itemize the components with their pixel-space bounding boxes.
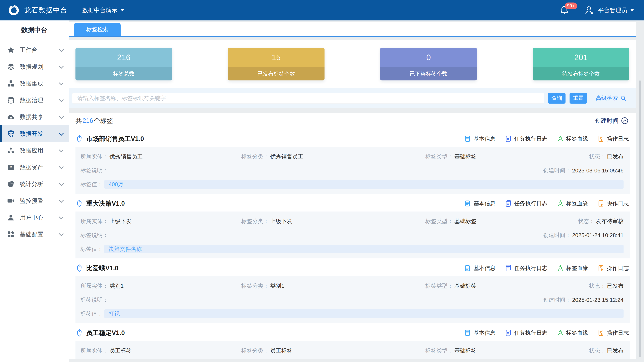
item-actions: 基本信息 任务执行日志 标签血缘 操作日志 bbox=[464, 329, 630, 337]
sidebar-item-data-development[interactable]: 数据开发 bbox=[0, 125, 68, 142]
svg-text:¥: ¥ bbox=[10, 165, 12, 169]
item-actions: 基本信息 任务执行日志 标签血缘 操作日志 bbox=[464, 200, 630, 207]
sidebar-item-data-planning[interactable]: 数据规划 bbox=[0, 58, 68, 75]
category-value: 员工标签 bbox=[270, 347, 292, 355]
action-label: 基本信息 bbox=[474, 135, 496, 143]
search-icon bbox=[620, 95, 626, 101]
action-task-log[interactable]: 任务执行日志 bbox=[505, 200, 548, 207]
chevron-down-icon bbox=[59, 97, 64, 102]
doc-lines-icon bbox=[464, 200, 471, 207]
action-label: 标签血缘 bbox=[566, 135, 588, 143]
item-row-value: 标签值： 400万 bbox=[80, 180, 624, 189]
stats-panel: 216 标签总数 15 已发布标签个数 0 已下架标签个数 201 待发布标签个… bbox=[69, 40, 636, 88]
stat-value: 201 bbox=[533, 48, 629, 67]
chevron-down-icon bbox=[59, 81, 64, 85]
action-tag-lineage[interactable]: 标签血缘 bbox=[557, 135, 588, 143]
item-row-2: 标签说明： 创建时间：2025-01-24 10:28:41 bbox=[80, 231, 624, 239]
tag-list-item: 员工稳定V1.0 基本信息 任务执行日志 标签血缘 bbox=[76, 327, 630, 359]
sidebar-item-monitoring[interactable]: ! 监控预警 bbox=[0, 192, 68, 209]
field-label: 状态： bbox=[589, 347, 606, 355]
chevron-down-icon bbox=[59, 131, 64, 136]
user-icon bbox=[7, 214, 15, 221]
stat-card-published: 15 已发布标签个数 bbox=[228, 48, 324, 80]
action-basic-info[interactable]: 基本信息 bbox=[464, 135, 496, 143]
advanced-search-link[interactable]: 高级检索 bbox=[596, 94, 626, 102]
action-tag-lineage[interactable]: 标签血缘 bbox=[557, 265, 588, 272]
action-label: 标签血缘 bbox=[566, 200, 588, 207]
reset-button[interactable]: 重置 bbox=[570, 93, 587, 104]
tab-tag-search[interactable]: 标签检索 bbox=[74, 23, 120, 36]
type-value: 基础标签 bbox=[454, 153, 476, 160]
sidebar-item-data-assets[interactable]: ¥ 数据资产 bbox=[0, 159, 68, 176]
total-suffix: 个标签 bbox=[94, 116, 113, 125]
item-body: 所属实体：类别1 标签分类：类别1 标签类型：基础标签 状态：已发布 标签说明：… bbox=[76, 276, 630, 323]
action-operation-log[interactable]: 操作日志 bbox=[598, 265, 629, 272]
action-basic-info[interactable]: 基本信息 bbox=[464, 329, 496, 337]
field-label: 标签分类： bbox=[241, 153, 269, 160]
doc-arrow-icon bbox=[598, 265, 604, 272]
search-input[interactable] bbox=[72, 93, 544, 104]
user-menu[interactable]: 平台管理员 bbox=[584, 5, 634, 15]
notifications-button[interactable]: 99+ bbox=[560, 5, 569, 15]
stat-value: 216 bbox=[76, 48, 172, 67]
field-label: 标签类型： bbox=[425, 347, 453, 355]
field-label: 标签类型： bbox=[425, 153, 453, 160]
layers-icon bbox=[7, 63, 15, 70]
field-label: 标签值： bbox=[80, 310, 103, 318]
lineage-icon bbox=[557, 135, 564, 142]
action-basic-info[interactable]: 基本信息 bbox=[464, 200, 496, 207]
list-header: 共 216 个标签 创建时间 bbox=[76, 113, 630, 129]
status-value: 已发布 bbox=[607, 153, 624, 160]
sort-by-created-time[interactable]: 创建时间 bbox=[595, 117, 630, 125]
action-basic-info[interactable]: 基本信息 bbox=[464, 265, 496, 272]
action-operation-log[interactable]: 操作日志 bbox=[598, 200, 629, 207]
sidebar-item-user-center[interactable]: 用户中心 bbox=[0, 209, 68, 226]
database-code-icon bbox=[7, 130, 15, 138]
tag-value-link[interactable]: 打视 bbox=[109, 310, 120, 318]
entity-value: 优秀销售员工 bbox=[110, 153, 143, 160]
top-bar: 龙石数据中台 数据中台演示 99+ 平台管理员 bbox=[0, 0, 644, 20]
sort-label: 创建时间 bbox=[595, 117, 618, 125]
entity-value: 员工标签 bbox=[110, 347, 132, 355]
tag-value-link[interactable]: 400万 bbox=[109, 181, 124, 188]
cubes-icon bbox=[7, 80, 15, 87]
double-doc-icon bbox=[505, 135, 512, 142]
item-row-1: 所属实体：优秀销售员工 标签分类：优秀销售员工 标签类型：基础标签 状态：已发布 bbox=[80, 153, 624, 160]
sidebar-item-data-application[interactable]: 数据应用 bbox=[0, 142, 68, 159]
field-label: 标签值： bbox=[80, 245, 103, 253]
sidebar-item-data-sharing[interactable]: 数据共享 bbox=[0, 109, 68, 125]
asset-card-icon: ¥ bbox=[7, 163, 15, 171]
action-operation-log[interactable]: 操作日志 bbox=[598, 329, 629, 337]
advanced-search-label: 高级检索 bbox=[596, 94, 618, 102]
sidebar-title: 数据中台 bbox=[0, 20, 68, 39]
sidebar-item-data-governance[interactable]: 数据治理 bbox=[0, 92, 68, 109]
sidebar-item-basic-config[interactable]: 基础配置 bbox=[0, 226, 68, 243]
tag-value-link[interactable]: 决策文件名称 bbox=[109, 245, 142, 253]
sidebar-item-statistics[interactable]: 统计分析 bbox=[0, 176, 68, 192]
field-label: 创建时间： bbox=[543, 296, 571, 304]
action-operation-log[interactable]: 操作日志 bbox=[598, 135, 629, 143]
logo-icon bbox=[8, 4, 20, 16]
chevron-down-icon bbox=[59, 64, 64, 68]
doc-lines-icon bbox=[464, 329, 471, 336]
query-button[interactable]: 查询 bbox=[548, 93, 566, 104]
environment-switcher[interactable]: 数据中台演示 bbox=[82, 6, 124, 14]
chevron-down-icon bbox=[120, 9, 124, 11]
doc-arrow-icon bbox=[598, 329, 604, 336]
status-value: 已发布 bbox=[607, 282, 624, 290]
sidebar-item-data-integration[interactable]: 数据集成 bbox=[0, 75, 68, 92]
chevron-up-circle-icon bbox=[621, 117, 628, 124]
double-doc-icon bbox=[505, 265, 512, 272]
sidebar-item-workbench[interactable]: 工作台 bbox=[0, 41, 68, 58]
chevron-down-icon bbox=[59, 198, 64, 203]
action-tag-lineage[interactable]: 标签血缘 bbox=[557, 200, 588, 207]
action-task-log[interactable]: 任务执行日志 bbox=[505, 135, 548, 143]
chevron-down-icon bbox=[59, 47, 64, 52]
star-icon bbox=[7, 46, 15, 54]
tag-list-item: 比爱哦V1.0 基本信息 任务执行日志 标签血缘 bbox=[76, 262, 630, 323]
action-task-log[interactable]: 任务执行日志 bbox=[505, 329, 548, 337]
action-task-log[interactable]: 任务执行日志 bbox=[505, 265, 548, 272]
action-tag-lineage[interactable]: 标签血缘 bbox=[557, 329, 588, 337]
scrollbar-thumb[interactable] bbox=[639, 80, 641, 357]
stat-card-offline: 0 已下架标签个数 bbox=[380, 48, 477, 80]
